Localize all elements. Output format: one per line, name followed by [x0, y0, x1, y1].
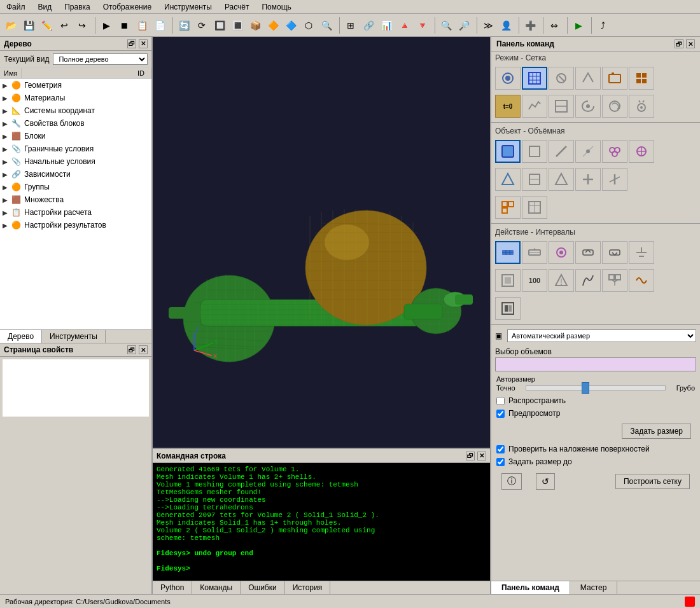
- viewport-3d[interactable]: Y X Z: [153, 37, 490, 448]
- reset-button[interactable]: ↺: [536, 473, 555, 490]
- overlap-checkbox[interactable]: [496, 445, 505, 453]
- action-btn-12[interactable]: [629, 269, 654, 292]
- tb-triangle1[interactable]: 🔶: [265, 17, 281, 34]
- tree-item-result-settings[interactable]: ▶ 🟠 Настройки результатов: [0, 219, 151, 231]
- tb-arrows[interactable]: ⇔: [546, 17, 563, 34]
- tree-item-groups[interactable]: ▶ 🟠 Группы: [0, 181, 151, 193]
- tree-item-blocks[interactable]: ▶ 🟫 Блоки: [0, 130, 151, 142]
- setsize-checkbox[interactable]: [496, 458, 505, 466]
- spread-checkbox[interactable]: [496, 397, 505, 405]
- tb-save[interactable]: 💾: [20, 17, 37, 34]
- tb-solid[interactable]: 🔳: [229, 17, 246, 34]
- tree-item-calc-settings[interactable]: ▶ 📋 Настройки расчета: [0, 206, 151, 219]
- tb-edit[interactable]: ✏️: [38, 17, 55, 34]
- slider-track[interactable]: [526, 385, 666, 390]
- tb-link[interactable]: 🔗: [360, 17, 377, 34]
- time-btn-6[interactable]: [629, 95, 654, 118]
- props-close[interactable]: ✕: [139, 345, 148, 354]
- tb-run[interactable]: ▶: [570, 17, 587, 34]
- action-btn-1[interactable]: [495, 241, 521, 264]
- tab-history[interactable]: История: [285, 581, 331, 594]
- tab-tree[interactable]: Дерево: [0, 330, 42, 343]
- build-mesh-button[interactable]: Построить сетку: [615, 474, 690, 489]
- action-btn-4[interactable]: [575, 241, 601, 264]
- action-btn-5[interactable]: [602, 241, 627, 264]
- set-size-button[interactable]: Задать размер: [622, 424, 691, 439]
- tb-more1[interactable]: ≫: [480, 17, 496, 34]
- obj-btn-9[interactable]: [549, 168, 574, 191]
- obj-btn-face[interactable]: [522, 140, 547, 163]
- tb-triangle2[interactable]: 🔷: [283, 17, 299, 34]
- time-btn-1[interactable]: t=0: [495, 95, 521, 118]
- cmd-close[interactable]: ✕: [477, 452, 486, 460]
- tb-down[interactable]: 🔻: [414, 17, 430, 34]
- menu-display[interactable]: Отображение: [99, 1, 155, 13]
- tab-tools[interactable]: Инструменты: [42, 330, 106, 343]
- tb-stop[interactable]: ⏹: [116, 17, 132, 34]
- tree-item-boundary[interactable]: ▶ 📎 Граничные условия: [0, 142, 151, 155]
- obj-btn-table[interactable]: [522, 196, 547, 219]
- tb-export[interactable]: ⤴: [594, 17, 611, 34]
- tab-commands[interactable]: Команды: [192, 581, 241, 594]
- action-btn-11[interactable]: [602, 269, 627, 292]
- menu-help[interactable]: Помощь: [258, 1, 295, 13]
- obj-btn-8[interactable]: [522, 168, 547, 191]
- mode-btn-2[interactable]: [522, 67, 547, 90]
- menu-edit[interactable]: Правка: [60, 1, 94, 13]
- obj-btn-vertex[interactable]: [575, 140, 601, 163]
- tb-paste[interactable]: 📄: [151, 17, 168, 34]
- tab-python[interactable]: Python: [153, 581, 192, 594]
- tb-redo[interactable]: ↪: [74, 17, 90, 34]
- mode-btn-3[interactable]: [549, 67, 574, 90]
- tb-play[interactable]: ▶: [98, 17, 115, 34]
- autosize-select[interactable]: Автоматический размерРучной размер: [507, 329, 696, 342]
- tb-hex[interactable]: ⬡: [300, 17, 317, 34]
- tb-open[interactable]: 📂: [3, 17, 19, 34]
- preview-checkbox[interactable]: [496, 410, 505, 418]
- slider-thumb[interactable]: [582, 382, 589, 394]
- action-btn-3[interactable]: [549, 241, 574, 264]
- obj-btn-mesh[interactable]: [495, 196, 521, 219]
- menu-file[interactable]: Файл: [3, 1, 29, 13]
- tree-item-coord[interactable]: ▶ 📐 Системы координат: [0, 104, 151, 117]
- props-restore[interactable]: 🗗: [127, 345, 136, 354]
- time-btn-2[interactable]: [522, 95, 547, 118]
- obj-btn-10[interactable]: [575, 168, 601, 191]
- tree-panel-restore[interactable]: 🗗: [127, 39, 136, 48]
- tb-shape[interactable]: 📦: [247, 17, 263, 34]
- status-error-indicator[interactable]: [685, 597, 695, 607]
- tab-errors[interactable]: Ошибки: [241, 581, 285, 594]
- tb-rotate[interactable]: 🔄: [176, 17, 192, 34]
- right-restore[interactable]: 🗗: [675, 39, 683, 48]
- tb-zoom-out[interactable]: 🔎: [456, 17, 472, 34]
- tree-item-sets[interactable]: ▶ 🟫 Множества: [0, 193, 151, 206]
- volume-input[interactable]: all: [495, 357, 696, 371]
- tree-view-select[interactable]: Полное деревоУпрощённое дерево: [53, 53, 148, 65]
- tb-undo[interactable]: ↩: [56, 17, 73, 34]
- tree-item-materials[interactable]: ▶ 🟠 Материалы: [0, 92, 151, 104]
- cmd-restore[interactable]: 🗗: [466, 452, 475, 460]
- tb-plus[interactable]: ➕: [522, 17, 538, 34]
- mode-btn-6[interactable]: [629, 67, 654, 90]
- tb-person[interactable]: 👤: [498, 17, 514, 34]
- tb-refresh[interactable]: ⟳: [193, 17, 210, 34]
- tree-item-geometry[interactable]: ▶ 🟠 Геометрия: [0, 79, 151, 92]
- tree-item-initial[interactable]: ▶ 📎 Начальные условия: [0, 155, 151, 168]
- mode-btn-1[interactable]: [495, 67, 521, 90]
- tb-search[interactable]: 🔍: [318, 17, 335, 34]
- time-btn-3[interactable]: [549, 95, 574, 118]
- action-btn-2[interactable]: [522, 241, 547, 264]
- action-btn-8[interactable]: 100: [522, 269, 547, 292]
- menu-view[interactable]: Вид: [34, 1, 56, 13]
- action-btn-9[interactable]: [549, 269, 574, 292]
- tree-item-dependencies[interactable]: ▶ 🔗 Зависимости: [0, 168, 151, 181]
- menu-calculate[interactable]: Расчёт: [221, 1, 253, 13]
- action-btn-6[interactable]: [629, 241, 654, 264]
- tree-panel-close[interactable]: ✕: [139, 39, 148, 48]
- tb-box[interactable]: 🔲: [211, 17, 228, 34]
- tb-copy[interactable]: 📋: [134, 17, 150, 34]
- obj-btn-group[interactable]: [602, 140, 627, 163]
- mode-btn-5[interactable]: [602, 67, 627, 90]
- obj-btn-volume[interactable]: [495, 140, 521, 163]
- right-tab-commands[interactable]: Панель команд: [491, 581, 570, 594]
